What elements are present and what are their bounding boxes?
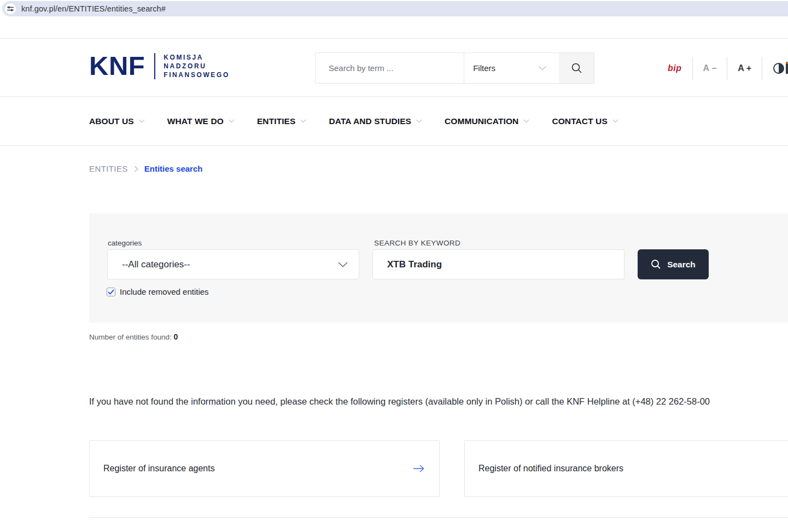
header-top-divider (0, 38, 788, 39)
browser-address-bar[interactable]: knf.gov.pl/en/ENTITIES/entities_search# (2, 1, 788, 16)
chevron-down-icon (300, 119, 306, 123)
knf-logo[interactable]: KNF KOMISJA NADZORU FINANSOWEGO (89, 52, 230, 79)
tune-icon (7, 5, 14, 12)
clipped-toolbar-item (786, 62, 788, 74)
contrast-icon (773, 62, 785, 74)
nav-label: DATA AND STUDIES (329, 116, 411, 126)
logo-line-3: FINANSOWEGO (164, 71, 230, 79)
include-removed-checkbox-row[interactable]: Include removed entities (107, 287, 209, 296)
results-count-label: Number of entities found: (89, 333, 172, 341)
chevron-down-icon (612, 119, 618, 123)
keyword-field-wrap (372, 249, 624, 279)
keyword-label: SEARCH BY KEYWORD (374, 239, 460, 247)
font-decrease-button[interactable]: A − (693, 63, 727, 73)
chevron-down-icon (523, 119, 529, 123)
nav-bottom-divider (0, 145, 788, 146)
filters-dropdown[interactable]: Filters (464, 63, 559, 73)
search-icon (571, 62, 582, 74)
chevron-down-icon (538, 66, 547, 71)
nav-item-about-us[interactable]: ABOUT US (89, 116, 145, 126)
search-button-label: Search (667, 260, 696, 270)
nav-item-data-and-studies[interactable]: DATA AND STUDIES (329, 116, 422, 126)
main-navigation: ABOUT US WHAT WE DO ENTITIES DATA AND ST… (89, 97, 618, 145)
header-search-bar: Filters (315, 52, 594, 84)
keyword-input[interactable] (373, 259, 624, 270)
search-button[interactable]: Search (638, 249, 709, 279)
register-insurance-agents-card[interactable]: Register of insurance agents (89, 440, 440, 497)
chevron-down-icon (416, 119, 422, 123)
register-notified-brokers-card[interactable]: Register of notified insurance brokers (464, 440, 788, 497)
include-removed-label: Include removed entities (120, 287, 209, 296)
register-card-label: Register of notified insurance brokers (478, 464, 623, 473)
categories-select[interactable]: --All categories-- (107, 249, 359, 279)
nav-label: ABOUT US (89, 116, 134, 126)
site-settings-icon[interactable] (5, 3, 16, 14)
logo-divider (154, 53, 155, 79)
nav-label: ENTITIES (257, 116, 296, 126)
check-icon (108, 289, 114, 295)
include-removed-checkbox[interactable] (107, 288, 115, 296)
register-card-label: Register of insurance agents (103, 464, 215, 473)
breadcrumb-current-page[interactable]: Entities search (144, 164, 203, 173)
logo-line-2: NADZORU (164, 62, 206, 70)
contrast-toggle-button[interactable] (762, 62, 788, 74)
categories-selected-value: --All categories-- (122, 259, 190, 270)
results-count: Number of entities found: 0 (89, 332, 178, 341)
accessibility-toolbar: bip A − A + (657, 56, 788, 80)
nav-item-communication[interactable]: COMMUNICATION (445, 116, 529, 126)
knf-logo-acronym: KNF (89, 52, 145, 79)
font-increase-button[interactable]: A + (727, 63, 762, 73)
chevron-down-icon (338, 262, 348, 267)
nav-item-what-we-do[interactable]: WHAT WE DO (167, 116, 235, 126)
arrow-right-icon (413, 464, 425, 473)
breadcrumb-chevron-icon (134, 166, 138, 172)
header-search-button[interactable] (559, 53, 594, 83)
knf-logo-fullname: KOMISJA NADZORU FINANSOWEGO (164, 53, 230, 79)
header-search-input[interactable] (316, 63, 464, 73)
nav-label: CONTACT US (552, 116, 607, 126)
entity-search-panel: categories SEARCH BY KEYWORD --All categ… (89, 213, 788, 323)
bottom-divider (89, 517, 788, 518)
breadcrumb-entities-link[interactable]: ENTITIES (89, 164, 128, 173)
chevron-down-icon (139, 119, 145, 123)
nav-label: WHAT WE DO (167, 116, 224, 126)
logo-line-1: KOMISJA (164, 54, 203, 61)
results-count-value: 0 (174, 332, 178, 341)
categories-label: categories (108, 239, 142, 247)
nav-item-contact-us[interactable]: CONTACT US (552, 116, 618, 126)
filters-label: Filters (473, 63, 495, 73)
nav-label: COMMUNICATION (445, 116, 518, 126)
chevron-down-icon (229, 119, 235, 123)
not-found-notice: If you have not found the information yo… (89, 396, 745, 407)
bip-link[interactable]: bip (657, 63, 692, 73)
page: knf.gov.pl/en/ENTITIES/entities_search# … (0, 0, 788, 532)
search-icon (651, 259, 661, 270)
url-text[interactable]: knf.gov.pl/en/ENTITIES/entities_search# (21, 4, 166, 13)
breadcrumb: ENTITIES Entities search (89, 164, 202, 173)
nav-item-entities[interactable]: ENTITIES (257, 116, 307, 126)
